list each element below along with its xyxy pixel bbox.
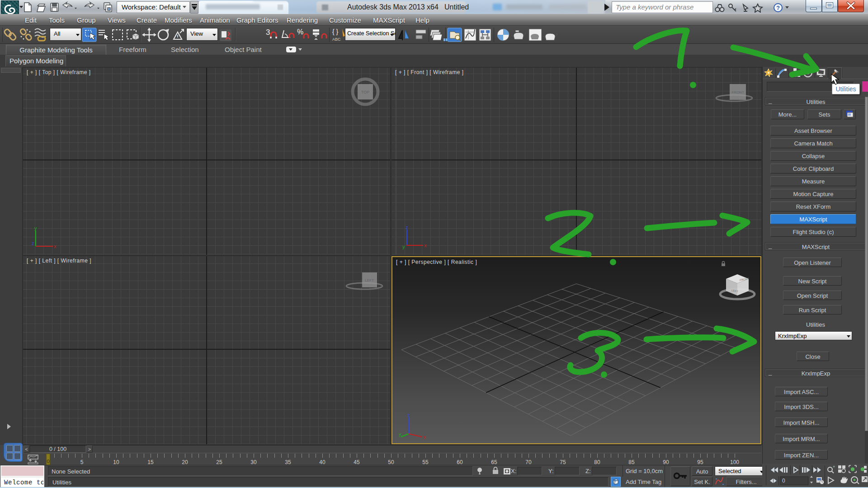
svg-text:z: z bbox=[32, 240, 34, 246]
svg-text:ABC: ABC bbox=[332, 37, 341, 42]
svg-text:%: % bbox=[297, 28, 303, 36]
svg-text:?: ? bbox=[776, 5, 780, 11]
svg-text:x: x bbox=[424, 243, 427, 248]
svg-text:LEFT: LEFT bbox=[365, 278, 374, 282]
svg-text:y: y bbox=[34, 226, 37, 231]
svg-text:FRONT: FRONT bbox=[731, 90, 744, 94]
svg-text:z: z bbox=[407, 413, 410, 418]
svg-text:y: y bbox=[399, 432, 401, 437]
svg-text:{ }: { } bbox=[332, 28, 339, 35]
svg-text:x: x bbox=[424, 434, 426, 440]
svg-text:z: z bbox=[406, 225, 408, 230]
svg-text:x: x bbox=[54, 244, 57, 249]
svg-text:+: + bbox=[833, 465, 835, 469]
svg-text:3: 3 bbox=[266, 28, 270, 37]
svg-text:y: y bbox=[402, 244, 405, 249]
svg-text:TOP: TOP bbox=[361, 90, 369, 94]
svg-text:0: 0 bbox=[782, 478, 785, 484]
